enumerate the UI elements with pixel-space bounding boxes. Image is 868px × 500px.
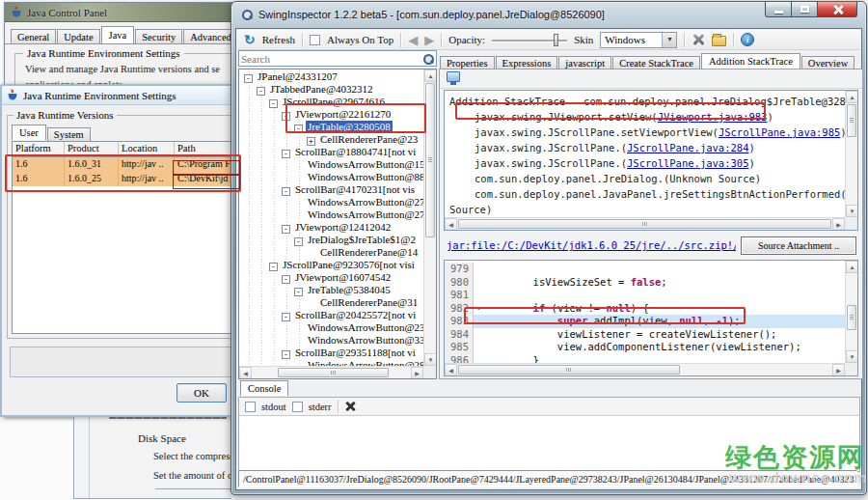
cp-tab-general[interactable]: General <box>11 29 56 44</box>
source-file-link[interactable]: jar:file:/C:/DevKit/jdk1.6.0_25/jre/../s… <box>447 239 736 251</box>
tree-node[interactable]: -JScrollPane@9230576[not visi <box>239 259 423 271</box>
collapse-icon[interactable]: - <box>282 275 290 284</box>
stacktrace-source-link[interactable]: JScrollPane.java:985 <box>719 126 840 138</box>
collapse-icon[interactable]: - <box>282 150 290 158</box>
tree-node[interactable]: -ScrollBar@4170231[not vis <box>239 183 423 196</box>
tab-properties[interactable]: Properties <box>440 56 495 69</box>
source-attachment-button[interactable]: Source Attachment .. <box>741 236 856 255</box>
scroll-left-arrow[interactable]: ◀ <box>445 218 457 231</box>
tree-node[interactable]: WindowsArrowButton@277 <box>239 208 423 221</box>
minimize-button[interactable] <box>765 2 792 17</box>
export-folder-icon[interactable] <box>712 36 726 46</box>
scroll-right-arrow[interactable]: ▶ <box>832 218 845 231</box>
tree-node[interactable]: WindowsArrowButton@271 <box>239 196 423 208</box>
tree-node[interactable]: WindowsArrowButton@281 <box>239 359 423 366</box>
scrollbar-thumb[interactable] <box>278 368 389 377</box>
search-icon[interactable] <box>422 53 434 65</box>
tree-node[interactable]: -JTabbedPane@4032312 <box>239 83 423 96</box>
monitor-icon[interactable] <box>447 71 460 82</box>
collapse-icon[interactable]: - <box>282 350 290 359</box>
cp-tab-security[interactable]: Security <box>135 29 182 44</box>
tree-node[interactable]: -JPanel@24331207 <box>239 70 423 83</box>
chevron-down-icon[interactable]: ▼ <box>662 33 676 47</box>
scrollbar-thumb[interactable] <box>847 104 856 137</box>
tree-node[interactable]: CellRendererPane@14 <box>239 246 423 259</box>
clear-console-icon[interactable] <box>344 401 356 412</box>
scrollbar-thumb[interactable] <box>847 305 856 330</box>
collapse-icon[interactable]: - <box>294 288 303 296</box>
tree-node[interactable]: -JViewport@12412042 <box>239 221 423 234</box>
tree-node[interactable]: -ScrollBar@18804741[not vi <box>239 146 423 158</box>
jre-tab-system[interactable]: System <box>47 127 91 141</box>
tree-node[interactable]: -JViewport@16074542 <box>239 271 423 284</box>
stack-vertical-scrollbar[interactable]: ▲ ▼ <box>845 91 857 217</box>
scroll-up-arrow[interactable]: ▲ <box>846 91 858 103</box>
skin-dropdown[interactable]: Windows ▼ <box>600 32 677 48</box>
collapse-icon[interactable]: - <box>282 313 290 321</box>
close-button[interactable] <box>817 2 857 17</box>
tab-addition-stacktrace[interactable]: Addition StackTrace <box>701 53 800 69</box>
tab-expressions[interactable]: Expressions <box>496 56 558 69</box>
scrollbar-thumb[interactable] <box>425 83 435 237</box>
cp-tab-java[interactable]: Java <box>101 26 135 43</box>
back-button[interactable]: ◀ <box>408 34 418 46</box>
forward-button[interactable]: ▶ <box>424 34 434 46</box>
ok-button[interactable]: OK <box>176 383 227 403</box>
collapse-icon[interactable]: - <box>269 99 278 108</box>
tree-node[interactable]: WindowsArrowButton@338 <box>239 334 423 347</box>
maximize-button[interactable] <box>791 2 818 17</box>
scroll-left-arrow[interactable]: ◀ <box>239 367 252 379</box>
tree-node[interactable]: WindowsArrowButton@888 <box>239 171 423 183</box>
scroll-down-arrow[interactable]: ▼ <box>846 350 858 363</box>
tab-overview[interactable]: Overview <box>801 56 854 69</box>
stack-horizontal-scrollbar[interactable]: ◀ ▶ <box>445 217 845 230</box>
scroll-down-arrow[interactable]: ▼ <box>846 205 858 217</box>
collapse-icon[interactable]: - <box>269 263 278 271</box>
collapse-icon[interactable]: - <box>282 187 290 196</box>
tree-node[interactable]: -ScrollBar@29351188[not vi <box>239 347 423 359</box>
always-on-top-checkbox[interactable] <box>310 35 320 45</box>
refresh-button[interactable]: Refresh <box>262 34 295 45</box>
scrollbar-thumb[interactable] <box>458 219 831 229</box>
info-icon[interactable] <box>741 33 754 46</box>
slider-thumb[interactable] <box>554 34 558 46</box>
collapse-icon[interactable]: - <box>294 237 303 246</box>
search-input[interactable] <box>241 51 413 66</box>
tab-javascript[interactable]: javascript <box>558 56 611 69</box>
scroll-up-arrow[interactable]: ▲ <box>424 69 437 82</box>
tree-node[interactable]: CellRendererPane@31 <box>239 296 423 309</box>
scroll-right-arrow[interactable]: ▶ <box>832 364 845 376</box>
scrollbar-corner <box>845 363 857 375</box>
tree-horizontal-scrollbar[interactable]: ◀ ▶ <box>239 366 423 378</box>
tools-icon[interactable] <box>692 33 705 46</box>
maximize-icon <box>800 6 809 13</box>
collapse-icon[interactable]: - <box>244 74 253 83</box>
scroll-left-arrow[interactable]: ◀ <box>445 364 457 376</box>
tree-node[interactable]: WindowsArrowButton@238 <box>239 321 423 334</box>
scroll-right-arrow[interactable]: ▶ <box>411 367 423 379</box>
stacktrace-source-link[interactable]: JScrollPane.java:305 <box>627 157 748 169</box>
cp-tab-update[interactable]: Update <box>57 29 99 44</box>
jre-titlebar[interactable]: Java Runtime Environment Settings <box>2 86 241 105</box>
code-horizontal-scrollbar[interactable]: ◀ ▶ <box>445 363 845 375</box>
scroll-up-arrow[interactable]: ▲ <box>846 261 858 273</box>
collapse-icon[interactable]: - <box>282 225 290 234</box>
jre-tab-user[interactable]: User <box>12 125 46 140</box>
expand-icon[interactable]: + <box>307 137 315 146</box>
tree-node[interactable]: +CellRendererPane@23 <box>239 133 423 146</box>
tab-console[interactable]: Console <box>240 380 288 396</box>
tree-node[interactable]: WindowsArrowButton@151 <box>239 158 423 171</box>
stdout-checkbox[interactable] <box>245 402 256 412</box>
tree-node[interactable]: -JreDialog$JreTable$1@2 <box>239 234 423 246</box>
tab-create-stacktrace[interactable]: Create StackTrace <box>612 56 700 69</box>
scroll-down-arrow[interactable]: ▼ <box>424 353 437 366</box>
cp-titlebar[interactable]: Java Control Panel <box>5 3 240 22</box>
stderr-checkbox[interactable] <box>292 402 303 412</box>
scrollbar-thumb[interactable] <box>458 365 680 375</box>
collapse-icon[interactable]: - <box>257 87 265 96</box>
opacity-slider[interactable] <box>492 33 567 47</box>
code-vertical-scrollbar[interactable]: ▲ ▼ <box>845 261 857 363</box>
stacktrace-source-link[interactable]: JScrollPane.java:284 <box>627 142 748 153</box>
tree-node[interactable]: -JreTable@5384045 <box>239 284 423 296</box>
tree-node[interactable]: -ScrollBar@20425572[not vi <box>239 309 423 321</box>
